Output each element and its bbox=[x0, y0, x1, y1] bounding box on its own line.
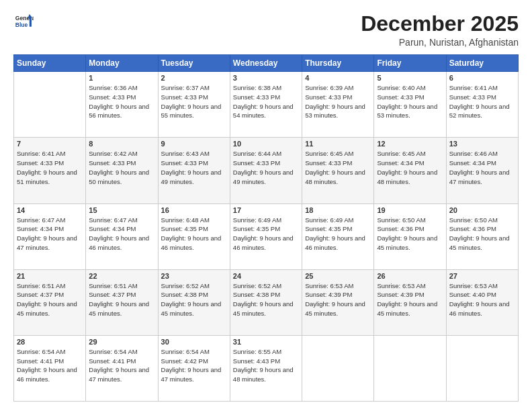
day-info: Sunrise: 6:39 AMSunset: 4:33 PMDaylight:… bbox=[305, 83, 371, 120]
calendar-day-cell: 17Sunrise: 6:49 AMSunset: 4:35 PMDayligh… bbox=[230, 203, 302, 269]
day-number: 25 bbox=[305, 272, 371, 280]
day-number: 13 bbox=[449, 140, 515, 148]
day-number: 2 bbox=[161, 74, 227, 82]
calendar-day-cell: 27Sunrise: 6:53 AMSunset: 4:40 PMDayligh… bbox=[446, 269, 518, 335]
day-info: Sunrise: 6:47 AMSunset: 4:34 PMDaylight:… bbox=[17, 216, 83, 253]
day-info: Sunrise: 6:54 AMSunset: 4:42 PMDaylight:… bbox=[161, 347, 227, 384]
day-info: Sunrise: 6:53 AMSunset: 4:39 PMDaylight:… bbox=[377, 281, 443, 318]
day-number: 3 bbox=[233, 74, 299, 82]
day-info: Sunrise: 6:54 AMSunset: 4:41 PMDaylight:… bbox=[17, 347, 83, 384]
day-number: 12 bbox=[377, 140, 443, 148]
day-info: Sunrise: 6:54 AMSunset: 4:41 PMDaylight:… bbox=[89, 347, 154, 384]
logo-icon: General Blue bbox=[15, 12, 34, 31]
calendar-day-cell: 1Sunrise: 6:36 AMSunset: 4:33 PMDaylight… bbox=[86, 72, 158, 138]
day-number: 5 bbox=[377, 74, 443, 82]
calendar-header-tuesday: Tuesday bbox=[158, 55, 230, 72]
day-number: 16 bbox=[161, 206, 227, 214]
calendar-header-friday: Friday bbox=[374, 55, 446, 72]
calendar-week-row: 14Sunrise: 6:47 AMSunset: 4:34 PMDayligh… bbox=[14, 203, 519, 269]
calendar-day-cell: 6Sunrise: 6:41 AMSunset: 4:33 PMDaylight… bbox=[446, 72, 518, 138]
calendar-day-cell: 7Sunrise: 6:41 AMSunset: 4:33 PMDaylight… bbox=[14, 138, 86, 203]
calendar-day-cell: 25Sunrise: 6:53 AMSunset: 4:39 PMDayligh… bbox=[302, 269, 374, 335]
calendar-header-thursday: Thursday bbox=[302, 55, 374, 72]
calendar-day-cell: 28Sunrise: 6:54 AMSunset: 4:41 PMDayligh… bbox=[14, 335, 86, 401]
day-number: 30 bbox=[161, 338, 227, 346]
day-info: Sunrise: 6:52 AMSunset: 4:38 PMDaylight:… bbox=[233, 281, 299, 318]
calendar-day-cell: 2Sunrise: 6:37 AMSunset: 4:33 PMDaylight… bbox=[158, 72, 230, 138]
calendar-day-cell: 15Sunrise: 6:47 AMSunset: 4:34 PMDayligh… bbox=[86, 203, 158, 269]
day-info: Sunrise: 6:49 AMSunset: 4:35 PMDaylight:… bbox=[233, 216, 299, 253]
calendar-day-cell bbox=[446, 335, 518, 401]
day-number: 8 bbox=[89, 140, 154, 148]
day-number: 10 bbox=[233, 140, 299, 148]
day-info: Sunrise: 6:53 AMSunset: 4:40 PMDaylight:… bbox=[449, 281, 515, 318]
day-info: Sunrise: 6:49 AMSunset: 4:35 PMDaylight:… bbox=[305, 216, 371, 253]
calendar-header-wednesday: Wednesday bbox=[230, 55, 302, 72]
calendar-day-cell: 22Sunrise: 6:51 AMSunset: 4:37 PMDayligh… bbox=[86, 269, 158, 335]
day-info: Sunrise: 6:48 AMSunset: 4:35 PMDaylight:… bbox=[161, 216, 227, 253]
logo: General Blue bbox=[13, 12, 34, 31]
location-title: Parun, Nuristan, Afghanistan bbox=[361, 37, 519, 48]
day-number: 22 bbox=[89, 272, 154, 280]
day-info: Sunrise: 6:41 AMSunset: 4:33 PMDaylight:… bbox=[449, 83, 515, 120]
calendar-day-cell: 13Sunrise: 6:46 AMSunset: 4:34 PMDayligh… bbox=[446, 138, 518, 203]
month-title: December 2025 bbox=[361, 12, 519, 36]
calendar-header-sunday: Sunday bbox=[14, 55, 86, 72]
calendar-header-saturday: Saturday bbox=[446, 55, 518, 72]
calendar-header-monday: Monday bbox=[86, 55, 158, 72]
day-info: Sunrise: 6:37 AMSunset: 4:33 PMDaylight:… bbox=[161, 83, 227, 120]
day-info: Sunrise: 6:50 AMSunset: 4:36 PMDaylight:… bbox=[377, 216, 443, 253]
calendar-day-cell: 10Sunrise: 6:44 AMSunset: 4:33 PMDayligh… bbox=[230, 138, 302, 203]
day-info: Sunrise: 6:52 AMSunset: 4:38 PMDaylight:… bbox=[161, 281, 227, 318]
page: General Blue December 2025 Parun, Nurist… bbox=[0, 0, 532, 411]
calendar-day-cell: 16Sunrise: 6:48 AMSunset: 4:35 PMDayligh… bbox=[158, 203, 230, 269]
calendar-day-cell: 5Sunrise: 6:40 AMSunset: 4:33 PMDaylight… bbox=[374, 72, 446, 138]
calendar-table: SundayMondayTuesdayWednesdayThursdayFrid… bbox=[13, 54, 519, 402]
calendar-day-cell: 20Sunrise: 6:50 AMSunset: 4:36 PMDayligh… bbox=[446, 203, 518, 269]
calendar-day-cell: 24Sunrise: 6:52 AMSunset: 4:38 PMDayligh… bbox=[230, 269, 302, 335]
day-number: 19 bbox=[377, 206, 443, 214]
calendar-day-cell bbox=[374, 335, 446, 401]
calendar-day-cell: 8Sunrise: 6:42 AMSunset: 4:33 PMDaylight… bbox=[86, 138, 158, 203]
day-info: Sunrise: 6:42 AMSunset: 4:33 PMDaylight:… bbox=[89, 149, 154, 186]
svg-text:Blue: Blue bbox=[15, 21, 28, 28]
day-number: 15 bbox=[89, 206, 154, 214]
day-info: Sunrise: 6:41 AMSunset: 4:33 PMDaylight:… bbox=[17, 149, 83, 186]
day-info: Sunrise: 6:53 AMSunset: 4:39 PMDaylight:… bbox=[305, 281, 371, 318]
day-number: 27 bbox=[449, 272, 515, 280]
day-info: Sunrise: 6:40 AMSunset: 4:33 PMDaylight:… bbox=[377, 83, 443, 120]
day-info: Sunrise: 6:47 AMSunset: 4:34 PMDaylight:… bbox=[89, 216, 154, 253]
day-info: Sunrise: 6:38 AMSunset: 4:33 PMDaylight:… bbox=[233, 83, 299, 120]
day-info: Sunrise: 6:43 AMSunset: 4:33 PMDaylight:… bbox=[161, 149, 227, 186]
calendar-day-cell bbox=[14, 72, 86, 138]
calendar-day-cell: 12Sunrise: 6:45 AMSunset: 4:34 PMDayligh… bbox=[374, 138, 446, 203]
calendar-week-row: 7Sunrise: 6:41 AMSunset: 4:33 PMDaylight… bbox=[14, 138, 519, 203]
calendar-day-cell: 9Sunrise: 6:43 AMSunset: 4:33 PMDaylight… bbox=[158, 138, 230, 203]
day-number: 11 bbox=[305, 140, 371, 148]
day-number: 6 bbox=[449, 74, 515, 82]
calendar-header-row: SundayMondayTuesdayWednesdayThursdayFrid… bbox=[14, 55, 519, 72]
calendar-week-row: 1Sunrise: 6:36 AMSunset: 4:33 PMDaylight… bbox=[14, 72, 519, 138]
day-number: 18 bbox=[305, 206, 371, 214]
calendar-day-cell: 4Sunrise: 6:39 AMSunset: 4:33 PMDaylight… bbox=[302, 72, 374, 138]
calendar-day-cell: 30Sunrise: 6:54 AMSunset: 4:42 PMDayligh… bbox=[158, 335, 230, 401]
calendar-day-cell: 18Sunrise: 6:49 AMSunset: 4:35 PMDayligh… bbox=[302, 203, 374, 269]
calendar-week-row: 21Sunrise: 6:51 AMSunset: 4:37 PMDayligh… bbox=[14, 269, 519, 335]
calendar-day-cell: 29Sunrise: 6:54 AMSunset: 4:41 PMDayligh… bbox=[86, 335, 158, 401]
day-info: Sunrise: 6:36 AMSunset: 4:33 PMDaylight:… bbox=[89, 83, 154, 120]
day-number: 1 bbox=[89, 74, 154, 82]
header: General Blue December 2025 Parun, Nurist… bbox=[13, 12, 519, 48]
day-number: 7 bbox=[17, 140, 83, 148]
day-number: 24 bbox=[233, 272, 299, 280]
calendar-day-cell: 19Sunrise: 6:50 AMSunset: 4:36 PMDayligh… bbox=[374, 203, 446, 269]
calendar-day-cell: 14Sunrise: 6:47 AMSunset: 4:34 PMDayligh… bbox=[14, 203, 86, 269]
day-info: Sunrise: 6:46 AMSunset: 4:34 PMDaylight:… bbox=[449, 149, 515, 186]
day-number: 29 bbox=[89, 338, 154, 346]
day-number: 21 bbox=[17, 272, 83, 280]
day-info: Sunrise: 6:44 AMSunset: 4:33 PMDaylight:… bbox=[233, 149, 299, 186]
day-number: 26 bbox=[377, 272, 443, 280]
day-info: Sunrise: 6:51 AMSunset: 4:37 PMDaylight:… bbox=[89, 281, 154, 318]
calendar-week-row: 28Sunrise: 6:54 AMSunset: 4:41 PMDayligh… bbox=[14, 335, 519, 401]
day-number: 17 bbox=[233, 206, 299, 214]
calendar-day-cell: 11Sunrise: 6:45 AMSunset: 4:33 PMDayligh… bbox=[302, 138, 374, 203]
